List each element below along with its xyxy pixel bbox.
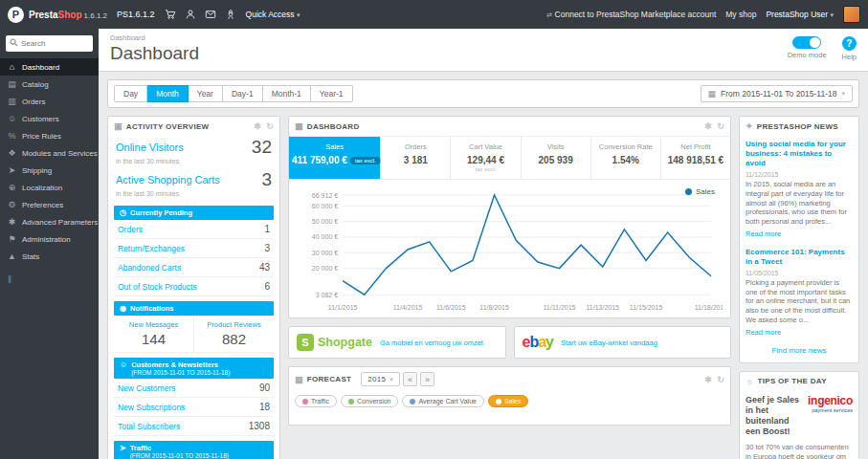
chart-legend[interactable]: Sales [685, 187, 715, 196]
shopgate-banner[interactable]: S Shopgate Ga mobiel en verhoog uw omzet [288, 326, 506, 359]
refresh-icon[interactable]: ↻ [717, 375, 724, 384]
pending-row-label[interactable]: Orders [118, 225, 143, 234]
tips-headline: Geef je Sales in het buitenland een Boos… [746, 395, 803, 438]
sidebar-search[interactable] [6, 35, 93, 52]
sidebar-item-label: Dashboard [22, 63, 59, 72]
customers-row-label[interactable]: Total Subscribers [118, 422, 180, 431]
refresh-icon[interactable]: ↻ [717, 121, 724, 131]
read-more-link[interactable]: Read more [746, 328, 781, 337]
kpi-value: 411 759,00 €tax excl. [292, 155, 377, 165]
kpi-visits[interactable]: Visits205 939 [522, 137, 591, 179]
demo-mode-toggle[interactable] [792, 36, 821, 49]
search-icon [10, 38, 18, 49]
forecast-legend-conversion[interactable]: Conversion [341, 395, 398, 407]
range-button-day-1[interactable]: Day-1 [223, 85, 263, 102]
shopgate-link[interactable]: Ga mobiel en verhoog uw omzet [380, 339, 483, 347]
customers-row: New Customers90 [114, 379, 274, 398]
sales-chart[interactable]: 66 912 €60 000 €50 000 €40 000 €30 000 €… [297, 186, 723, 316]
find-more-news-link[interactable]: Find more news [740, 342, 858, 362]
date-range-picker[interactable]: ▦ From 2015-11-01 To 2015-11-18 ▾ [701, 85, 853, 102]
news-headline-link[interactable]: Ecommerce 101: Payments in a Tweet [746, 248, 853, 267]
news-headline-link[interactable]: Using social media for your business: 4 … [746, 140, 853, 168]
dashboard-icon: ▦ [295, 121, 303, 131]
messages-icon[interactable] [205, 9, 216, 20]
kpi-label: Conversion Rate [594, 142, 657, 151]
activity-icon: ▣ [114, 121, 122, 131]
gear-icon[interactable]: ✱ [704, 121, 712, 131]
customers-row-label[interactable]: New Subscriptions [118, 403, 185, 412]
sidebar-item-modules-and-services[interactable]: ❖Modules and Services [0, 144, 99, 162]
customer-icon[interactable] [185, 9, 196, 20]
collapse-menu-icon[interactable]: ‖ [0, 265, 99, 295]
ebay-link[interactable]: Start uw eBay-winkel vandaag [561, 339, 657, 347]
tax-toggle[interactable]: tax excl. [350, 157, 381, 164]
forecast-legend-sales[interactable]: Sales [488, 395, 529, 407]
svg-text:60 000 €: 60 000 € [312, 203, 338, 209]
range-button-year-1[interactable]: Year-1 [311, 85, 353, 102]
read-more-link[interactable]: Read more [746, 230, 781, 238]
notification-cell-product-reviews[interactable]: Product Reviews882 [193, 316, 274, 352]
kpi-value: 3 181 [384, 155, 447, 165]
active-carts-link[interactable]: Active Shopping Carts [116, 174, 220, 186]
forecast-next-button[interactable]: » [420, 372, 434, 386]
news-title: PRESTASHOP NEWS [757, 122, 838, 131]
prestashop-logo[interactable]: P PrestaShop1.6.1.2 [8, 7, 107, 23]
customers-row: New Subscriptions18 [114, 398, 274, 417]
ebay-letter: y [545, 334, 553, 350]
forecast-prev-button[interactable]: « [403, 372, 417, 386]
search-input[interactable] [21, 39, 88, 48]
range-button-month-1[interactable]: Month-1 [263, 85, 311, 102]
breadcrumb: Dashboard [110, 33, 199, 42]
forecast-legend-traffic[interactable]: Traffic [295, 395, 337, 407]
my-shop-link[interactable]: My shop [725, 10, 756, 19]
sidebar-item-price-rules[interactable]: %Price Rules [0, 127, 99, 144]
range-button-month[interactable]: Month [147, 85, 189, 102]
quick-access-menu[interactable]: Quick Access ▾ [246, 10, 300, 19]
gear-icon[interactable]: ✱ [254, 121, 261, 131]
news-articles: Using social media for your business: 4 … [740, 136, 858, 342]
pending-row-label[interactable]: Return/Exchanges [118, 244, 185, 253]
legend-dot-icon [348, 399, 354, 404]
sidebar-item-orders[interactable]: ▥Orders [0, 93, 99, 110]
forecast-year-select[interactable]: 2015▾ [361, 372, 400, 386]
kpi-sales[interactable]: Sales411 759,00 €tax excl. [289, 137, 381, 179]
rocket-icon[interactable] [225, 9, 236, 20]
avatar[interactable] [843, 6, 860, 23]
sidebar-item-customers[interactable]: ☺Customers [0, 110, 99, 127]
help-control: ? Help [842, 36, 857, 61]
notification-cell-new-messages[interactable]: New Messages144 [114, 316, 193, 352]
online-visitors-link[interactable]: Online Visitors [116, 142, 184, 153]
ingenico-logo[interactable]: ingenico payment services [808, 395, 853, 413]
pending-row-label[interactable]: Abandoned Carts [118, 263, 181, 273]
sidebar-item-dashboard[interactable]: ⌂Dashboard [0, 58, 99, 76]
ebay-banner[interactable]: ebay Start uw eBay-winkel vandaag [514, 326, 732, 359]
marketplace-link[interactable]: ⇄ Connect to PrestaShop Marketplace acco… [546, 10, 716, 19]
range-button-year[interactable]: Year [189, 85, 223, 102]
sidebar-item-preferences[interactable]: ⚙Preferences [0, 196, 99, 213]
brand-shop: Shop [58, 10, 82, 20]
sidebar-item-stats[interactable]: ▲Stats [0, 248, 99, 265]
customers-row-label[interactable]: New Customers [118, 383, 175, 393]
svg-text:11/6/2015: 11/6/2015 [436, 304, 466, 311]
kpi-cart-value[interactable]: Cart Value129,44 €tax excl. [451, 137, 521, 179]
kpi-orders[interactable]: Orders3 181 [381, 137, 451, 179]
forecast-legend-average-cart-value[interactable]: Average Cart Value [402, 395, 483, 407]
range-button-day[interactable]: Day [114, 85, 147, 102]
sidebar-item-shipping[interactable]: ➤Shipping [0, 162, 99, 179]
sidebar-item-advanced-parameters[interactable]: ✱Advanced Parameters [0, 213, 99, 230]
refresh-icon[interactable]: ↻ [266, 121, 274, 131]
sidebar-item-localization[interactable]: ⊕Localization [0, 179, 99, 196]
forecast-legend-label: Sales [504, 398, 522, 404]
cart-icon[interactable] [165, 9, 176, 20]
help-icon[interactable]: ? [842, 36, 857, 51]
sidebar-item-administration[interactable]: ⚑Administration [0, 230, 99, 248]
gear-icon[interactable]: ✱ [704, 375, 712, 384]
sidebar-item-catalog[interactable]: ▤Catalog [0, 76, 99, 93]
user-menu[interactable]: PrestaShop User ▾ [766, 10, 834, 19]
pending-row-label[interactable]: Out of Stock Products [118, 282, 197, 292]
pending-row: Out of Stock Products6 [114, 277, 274, 296]
notifications-title: Notifications [130, 304, 173, 313]
kpi-conversion-rate[interactable]: Conversion Rate1.54% [591, 137, 661, 179]
svg-text:11/15/2015: 11/15/2015 [630, 304, 663, 311]
kpi-net-profit[interactable]: Net Profit148 918,51 € [661, 137, 730, 179]
